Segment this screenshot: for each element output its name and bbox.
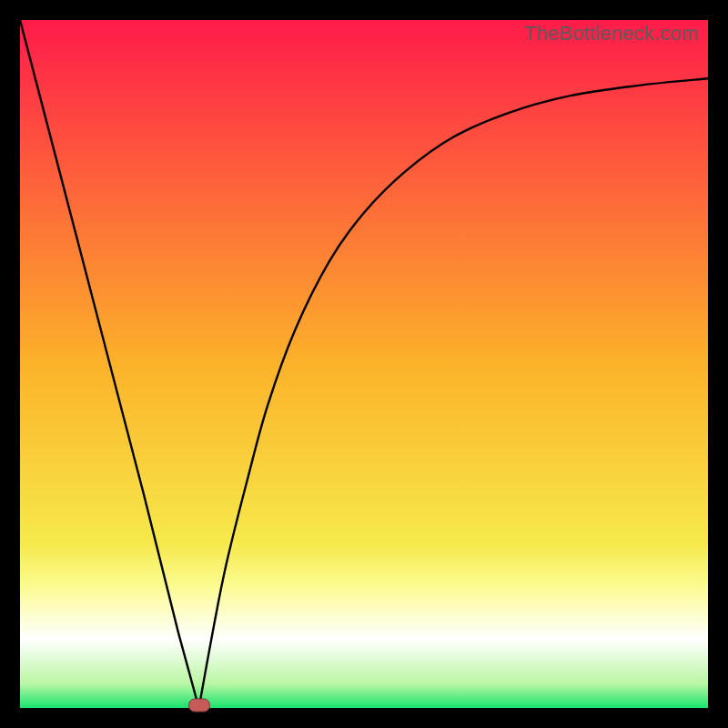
chart-plot [20, 20, 708, 708]
gradient-background [20, 20, 708, 708]
min-marker [188, 699, 210, 713]
chart-frame: TheBottleneck.com [20, 20, 708, 708]
watermark-label: TheBottleneck.com [524, 22, 699, 46]
